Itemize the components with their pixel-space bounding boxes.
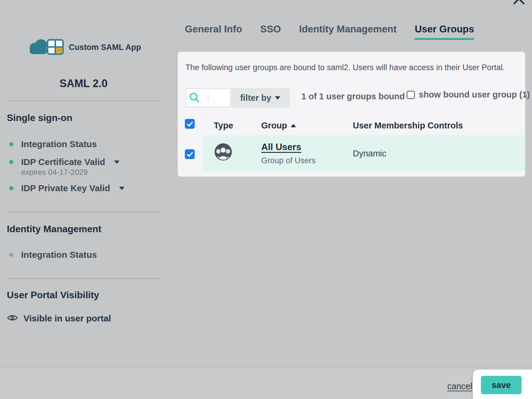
select-all-checkbox[interactable] <box>185 119 195 129</box>
protocol-title: SAML 2.0 <box>6 77 161 90</box>
app-logo: Custom SAML App <box>6 37 161 57</box>
status-dot-green <box>9 142 13 146</box>
show-bound-checkbox[interactable] <box>407 91 415 99</box>
sso-integration-status: Integration Status <box>9 139 97 149</box>
membership-controls-value: Dynamic <box>353 149 386 158</box>
search-box <box>186 89 230 106</box>
chevron-down-icon <box>119 187 125 190</box>
search-icon <box>189 92 201 105</box>
cancel-button[interactable]: cancel <box>447 381 472 391</box>
column-header-group[interactable]: Group <box>261 121 296 131</box>
idp-private-key-valid[interactable]: IDP Private Key Valid <box>9 183 125 193</box>
text-cursor <box>208 94 208 102</box>
tab-user-groups[interactable]: User Groups <box>415 23 474 40</box>
panel-description: The following user groups are bound to s… <box>185 63 505 72</box>
filter-by-dropdown[interactable]: filter by <box>230 93 290 103</box>
custom-saml-app-icon <box>26 37 65 57</box>
save-button-card: save <box>473 370 532 399</box>
sort-asc-icon <box>291 124 296 127</box>
user-groups-panel: The following user groups are bound to s… <box>178 52 525 177</box>
app-logo-label: Custom SAML App <box>69 43 141 52</box>
group-of-users-icon <box>214 143 232 161</box>
tab-bar: General Info SSO Identity Management Use… <box>185 23 474 40</box>
certificate-expiry: expires 04-17-2029 <box>21 168 88 177</box>
sidebar-divider <box>6 100 161 101</box>
row-checkbox[interactable] <box>185 149 195 159</box>
sidebar-divider <box>6 212 161 212</box>
search-filter-toolbar: filter by <box>185 88 290 108</box>
bound-groups-summary: 1 of 1 user groups bound <box>301 92 405 101</box>
eye-icon <box>7 314 18 323</box>
sso-section-title: Single sign-on <box>7 112 72 123</box>
visible-in-user-portal: Visible in user portal <box>7 313 111 323</box>
footer-divider <box>0 367 532 367</box>
status-dot-gray <box>9 253 13 257</box>
search-input[interactable] <box>200 89 229 106</box>
status-dot-green <box>9 160 13 164</box>
group-subtitle: Group of Users <box>261 156 316 165</box>
show-bound-toggle[interactable]: show bound user group (1) <box>407 90 530 100</box>
save-button[interactable]: save <box>481 376 522 394</box>
status-dot-green <box>9 186 13 190</box>
check-icon <box>186 150 194 158</box>
table-row[interactable]: All Users Group of Users Dynamic <box>202 135 525 171</box>
chevron-down-icon <box>275 96 280 100</box>
tab-identity-management[interactable]: Identity Management <box>299 23 396 40</box>
chevron-down-icon <box>114 161 119 164</box>
sidebar-divider <box>6 278 161 279</box>
check-icon <box>186 120 194 128</box>
idm-section-title: Identity Management <box>7 224 101 235</box>
idm-integration-status: Integration Status <box>9 250 97 260</box>
tab-general-info[interactable]: General Info <box>185 23 242 40</box>
column-header-type[interactable]: Type <box>214 121 233 131</box>
idp-certificate-valid[interactable]: IDP Certificate Valid <box>9 157 119 167</box>
tab-sso[interactable]: SSO <box>260 23 281 40</box>
portal-section-title: User Portal Visibility <box>7 290 99 301</box>
close-icon[interactable] <box>512 0 525 5</box>
column-header-membership[interactable]: User Membership Controls <box>353 121 463 131</box>
group-name-link[interactable]: All Users <box>261 142 301 153</box>
